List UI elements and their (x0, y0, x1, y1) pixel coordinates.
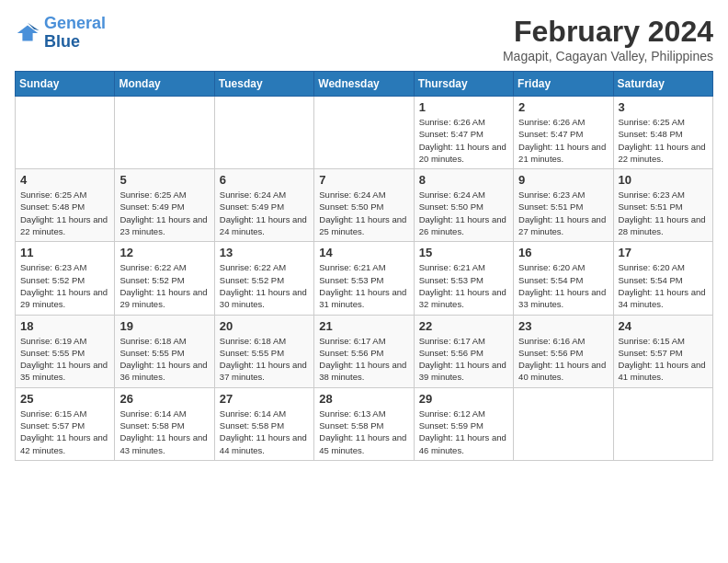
day-info: Sunrise: 6:14 AM Sunset: 5:58 PM Dayligh… (220, 408, 309, 456)
day-number: 15 (419, 246, 508, 259)
calendar-cell (613, 387, 712, 460)
calendar-week-row: 1Sunrise: 6:26 AM Sunset: 5:47 PM Daylig… (16, 97, 713, 169)
calendar-cell (115, 97, 214, 169)
day-number: 9 (518, 173, 608, 187)
day-header-thursday: Thursday (414, 72, 513, 97)
page-header: GeneralBlue February 2024 Magapit, Cagay… (15, 15, 713, 63)
calendar-cell: 26Sunrise: 6:14 AM Sunset: 5:58 PM Dayli… (115, 387, 214, 460)
calendar-cell: 3Sunrise: 6:25 AM Sunset: 5:48 PM Daylig… (613, 97, 712, 169)
calendar-cell: 25Sunrise: 6:15 AM Sunset: 5:57 PM Dayli… (16, 387, 115, 460)
day-number: 22 (419, 319, 508, 333)
day-number: 14 (319, 246, 408, 259)
day-info: Sunrise: 6:15 AM Sunset: 5:57 PM Dayligh… (20, 408, 109, 456)
calendar-cell (514, 387, 613, 460)
calendar-cell (314, 97, 414, 169)
day-header-friday: Friday (514, 72, 613, 97)
calendar-cell: 8Sunrise: 6:24 AM Sunset: 5:50 PM Daylig… (414, 169, 513, 242)
calendar-cell: 2Sunrise: 6:26 AM Sunset: 5:47 PM Daylig… (514, 97, 613, 169)
calendar-header-row: SundayMondayTuesdayWednesdayThursdayFrid… (16, 72, 713, 97)
calendar-cell: 19Sunrise: 6:18 AM Sunset: 5:55 PM Dayli… (115, 315, 214, 387)
calendar-cell (16, 97, 115, 169)
day-info: Sunrise: 6:19 AM Sunset: 5:55 PM Dayligh… (20, 335, 109, 384)
day-info: Sunrise: 6:12 AM Sunset: 5:59 PM Dayligh… (419, 408, 508, 456)
day-info: Sunrise: 6:24 AM Sunset: 5:49 PM Dayligh… (220, 189, 309, 237)
day-number: 2 (518, 100, 608, 114)
calendar-cell: 23Sunrise: 6:16 AM Sunset: 5:56 PM Dayli… (514, 315, 613, 387)
day-info: Sunrise: 6:17 AM Sunset: 5:56 PM Dayligh… (419, 335, 508, 384)
logo: GeneralBlue (15, 15, 106, 52)
day-number: 21 (319, 319, 408, 333)
calendar-cell: 11Sunrise: 6:23 AM Sunset: 5:52 PM Dayli… (16, 242, 115, 315)
day-number: 27 (220, 392, 309, 406)
day-number: 26 (119, 392, 209, 406)
day-info: Sunrise: 6:23 AM Sunset: 5:51 PM Dayligh… (518, 189, 608, 237)
calendar-cell: 22Sunrise: 6:17 AM Sunset: 5:56 PM Dayli… (414, 315, 513, 387)
day-header-saturday: Saturday (613, 72, 712, 97)
calendar-cell: 12Sunrise: 6:22 AM Sunset: 5:52 PM Dayli… (115, 242, 214, 315)
calendar-week-row: 25Sunrise: 6:15 AM Sunset: 5:57 PM Dayli… (16, 387, 713, 460)
day-number: 16 (518, 246, 608, 259)
day-number: 17 (619, 246, 708, 259)
calendar-cell: 13Sunrise: 6:22 AM Sunset: 5:52 PM Dayli… (214, 242, 313, 315)
calendar-cell: 28Sunrise: 6:13 AM Sunset: 5:58 PM Dayli… (314, 387, 414, 460)
day-info: Sunrise: 6:17 AM Sunset: 5:56 PM Dayligh… (319, 335, 408, 384)
day-number: 25 (20, 392, 109, 406)
calendar-cell (214, 97, 313, 169)
calendar-cell: 7Sunrise: 6:24 AM Sunset: 5:50 PM Daylig… (314, 169, 414, 242)
day-info: Sunrise: 6:23 AM Sunset: 5:51 PM Dayligh… (619, 189, 708, 237)
calendar-cell: 14Sunrise: 6:21 AM Sunset: 5:53 PM Dayli… (314, 242, 414, 315)
day-number: 18 (20, 319, 109, 333)
day-number: 1 (419, 100, 508, 114)
day-info: Sunrise: 6:23 AM Sunset: 5:52 PM Dayligh… (20, 261, 109, 310)
calendar-table: SundayMondayTuesdayWednesdayThursdayFrid… (15, 71, 713, 461)
day-info: Sunrise: 6:25 AM Sunset: 5:49 PM Dayligh… (119, 189, 209, 237)
title-block: February 2024 Magapit, Cagayan Valley, P… (503, 15, 713, 63)
calendar-cell: 1Sunrise: 6:26 AM Sunset: 5:47 PM Daylig… (414, 97, 513, 169)
main-title: February 2024 (503, 15, 713, 49)
day-number: 20 (220, 319, 309, 333)
day-info: Sunrise: 6:26 AM Sunset: 5:47 PM Dayligh… (419, 116, 508, 165)
day-number: 24 (619, 319, 708, 333)
day-info: Sunrise: 6:24 AM Sunset: 5:50 PM Dayligh… (319, 189, 408, 237)
day-number: 11 (20, 246, 109, 259)
day-info: Sunrise: 6:20 AM Sunset: 5:54 PM Dayligh… (619, 261, 708, 310)
day-number: 28 (319, 392, 408, 406)
calendar-cell: 18Sunrise: 6:19 AM Sunset: 5:55 PM Dayli… (16, 315, 115, 387)
day-header-wednesday: Wednesday (314, 72, 414, 97)
calendar-week-row: 18Sunrise: 6:19 AM Sunset: 5:55 PM Dayli… (16, 315, 713, 387)
day-header-sunday: Sunday (16, 72, 115, 97)
day-info: Sunrise: 6:22 AM Sunset: 5:52 PM Dayligh… (119, 261, 209, 310)
calendar-cell: 29Sunrise: 6:12 AM Sunset: 5:59 PM Dayli… (414, 387, 513, 460)
calendar-week-row: 4Sunrise: 6:25 AM Sunset: 5:48 PM Daylig… (16, 169, 713, 242)
day-info: Sunrise: 6:21 AM Sunset: 5:53 PM Dayligh… (419, 261, 508, 310)
calendar-cell: 16Sunrise: 6:20 AM Sunset: 5:54 PM Dayli… (514, 242, 613, 315)
calendar-cell: 9Sunrise: 6:23 AM Sunset: 5:51 PM Daylig… (514, 169, 613, 242)
calendar-cell: 5Sunrise: 6:25 AM Sunset: 5:49 PM Daylig… (115, 169, 214, 242)
subtitle: Magapit, Cagayan Valley, Philippines (503, 49, 713, 63)
day-number: 7 (319, 173, 408, 187)
calendar-cell: 17Sunrise: 6:20 AM Sunset: 5:54 PM Dayli… (613, 242, 712, 315)
day-info: Sunrise: 6:13 AM Sunset: 5:58 PM Dayligh… (319, 408, 408, 456)
calendar-cell: 21Sunrise: 6:17 AM Sunset: 5:56 PM Dayli… (314, 315, 414, 387)
day-info: Sunrise: 6:26 AM Sunset: 5:47 PM Dayligh… (518, 116, 608, 165)
day-number: 19 (119, 319, 209, 333)
day-info: Sunrise: 6:20 AM Sunset: 5:54 PM Dayligh… (518, 261, 608, 310)
day-number: 12 (119, 246, 209, 259)
day-info: Sunrise: 6:21 AM Sunset: 5:53 PM Dayligh… (319, 261, 408, 310)
day-info: Sunrise: 6:18 AM Sunset: 5:55 PM Dayligh… (119, 335, 209, 384)
day-info: Sunrise: 6:25 AM Sunset: 5:48 PM Dayligh… (20, 189, 109, 237)
calendar-cell: 24Sunrise: 6:15 AM Sunset: 5:57 PM Dayli… (613, 315, 712, 387)
day-number: 8 (419, 173, 508, 187)
day-info: Sunrise: 6:16 AM Sunset: 5:56 PM Dayligh… (518, 335, 608, 384)
day-number: 23 (518, 319, 608, 333)
logo-icon (15, 20, 40, 46)
calendar-week-row: 11Sunrise: 6:23 AM Sunset: 5:52 PM Dayli… (16, 242, 713, 315)
day-info: Sunrise: 6:18 AM Sunset: 5:55 PM Dayligh… (220, 335, 309, 384)
day-number: 3 (619, 100, 708, 114)
calendar-cell: 15Sunrise: 6:21 AM Sunset: 5:53 PM Dayli… (414, 242, 513, 315)
calendar-cell: 27Sunrise: 6:14 AM Sunset: 5:58 PM Dayli… (214, 387, 313, 460)
day-number: 13 (220, 246, 309, 259)
day-info: Sunrise: 6:22 AM Sunset: 5:52 PM Dayligh… (220, 261, 309, 310)
day-number: 4 (20, 173, 109, 187)
day-number: 6 (220, 173, 309, 187)
